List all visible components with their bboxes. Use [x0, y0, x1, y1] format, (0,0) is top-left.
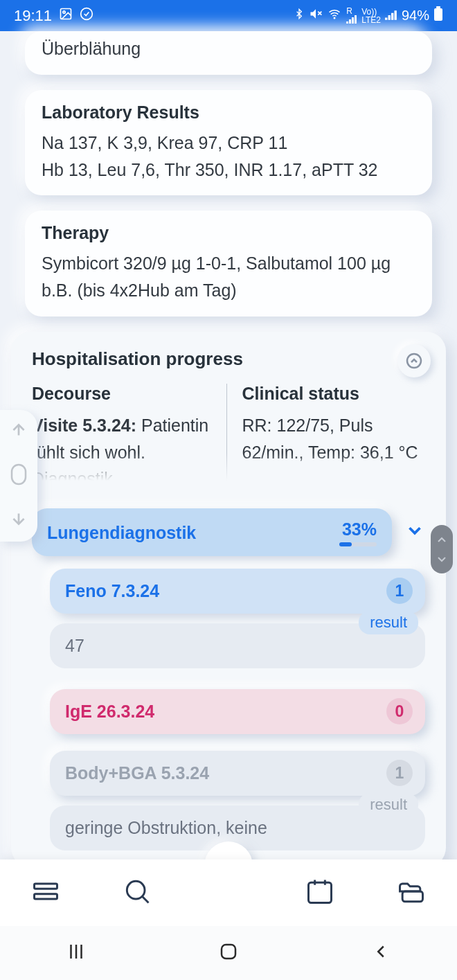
col-title: Decourse [32, 384, 215, 404]
visit-label: Visite 5.3.24: [32, 416, 136, 435]
signal-icon [385, 8, 397, 24]
nav-recent-icon[interactable] [66, 941, 87, 965]
gallery-icon [59, 7, 73, 25]
battery-icon [433, 6, 443, 25]
col-title: Clinical status [242, 384, 426, 404]
svg-rect-6 [434, 8, 442, 21]
column-clinical-status: Clinical status RR: 122/75, Puls 62/min.… [226, 384, 426, 481]
result-tag: result [359, 793, 418, 817]
svg-point-12 [127, 881, 145, 899]
chevron-down-icon[interactable] [404, 520, 425, 544]
column-decourse: Decourse Visite 5.3.24: Patientin fühlt … [32, 384, 226, 481]
side-nav[interactable] [0, 410, 37, 542]
tab-folders-icon[interactable] [396, 876, 427, 909]
bluetooth-icon [294, 7, 305, 24]
android-nav-bar [0, 926, 457, 980]
section-title: Hospitalisation progress [32, 348, 425, 370]
card-title: Laboratory Results [42, 103, 415, 123]
result-tag: result [359, 611, 418, 634]
card-auscultation-body: Überblähung [42, 35, 415, 62]
android-status-bar: 19:11 R Vo))LTE2 94% [0, 0, 457, 31]
mute-icon [309, 7, 323, 24]
diagnostic-percent: 33% [339, 519, 377, 540]
arrow-up-icon[interactable] [10, 421, 28, 442]
clinical-body: RR: 122/75, Puls 62/min., Temp: 36,1 °C [242, 412, 426, 466]
nav-back-icon[interactable] [370, 941, 391, 965]
diagnostic-item-title: Feno 7.3.24 [65, 581, 159, 600]
diagnostic-item-title: Body+BGA 5.3.24 [65, 763, 209, 783]
collapse-button[interactable] [397, 344, 431, 377]
count-badge: 1 [386, 760, 413, 786]
svg-rect-15 [222, 945, 235, 959]
lab-line-1: Na 137, K 3,9, Krea 97, CRP 11 [42, 130, 415, 157]
app-tabbar [0, 859, 457, 926]
arrow-down-icon[interactable] [10, 510, 28, 531]
svg-point-2 [81, 8, 93, 19]
section-hospitalisation-progress: Hospitalisation progress Decourse Visite… [11, 332, 446, 867]
svg-point-5 [334, 17, 335, 19]
diagnostic-item-bodybga[interactable]: Body+BGA 5.3.24 1 [50, 751, 425, 796]
diagnostic-result-feno: result 47 [50, 623, 425, 668]
check-circle-icon [80, 7, 93, 25]
therapy-body: Symbicort 320/9 µg 1-0-1, Salbutamol 100… [42, 250, 415, 304]
svg-rect-13 [309, 882, 332, 902]
status-time: 19:11 [14, 7, 52, 25]
tab-search-icon[interactable] [122, 876, 152, 909]
wifi-icon [327, 8, 342, 24]
tab-list-icon[interactable] [30, 876, 61, 909]
card-title: Therapy [42, 223, 415, 243]
card-auscultation: Überblähung [25, 31, 432, 75]
lte-label: Vo))LTE2 [361, 8, 381, 24]
card-lab-results: Laboratory Results Na 137, K 3,9, Krea 9… [25, 90, 432, 196]
svg-rect-9 [12, 465, 26, 484]
count-badge: 0 [386, 698, 413, 724]
scroll-handle[interactable] [431, 525, 453, 573]
tab-calendar-icon[interactable] [305, 876, 335, 909]
svg-rect-14 [402, 891, 422, 902]
svg-rect-11 [35, 894, 57, 899]
diagnostic-item-feno[interactable]: Feno 7.3.24 1 [50, 569, 425, 614]
diagnostic-group-title: Lungendiagnostik [47, 523, 196, 543]
signal-roaming-icon: R [346, 7, 357, 25]
svg-point-1 [63, 10, 65, 12]
svg-point-8 [407, 354, 421, 368]
count-badge: 1 [386, 578, 413, 604]
svg-rect-7 [436, 6, 440, 8]
diagnostic-group-lungendiagnostik[interactable]: Lungendiagnostik 33% [32, 508, 392, 556]
result-value: 47 [65, 636, 84, 655]
card-therapy: Therapy Symbicort 320/9 µg 1-0-1, Salbut… [25, 211, 432, 317]
diagnostic-item-ige[interactable]: IgE 26.3.24 0 [50, 689, 425, 734]
svg-rect-10 [35, 884, 57, 889]
battery-percent: 94% [402, 8, 429, 24]
result-value: geringe Obstruktion, keine [65, 818, 267, 837]
lab-line-2: Hb 13, Leu 7,6, Thr 350, INR 1.17, aPTT … [42, 157, 415, 184]
nav-home-icon[interactable] [218, 941, 239, 965]
diagnostic-item-title: IgE 26.3.24 [65, 702, 154, 721]
current-page-indicator [10, 463, 28, 489]
